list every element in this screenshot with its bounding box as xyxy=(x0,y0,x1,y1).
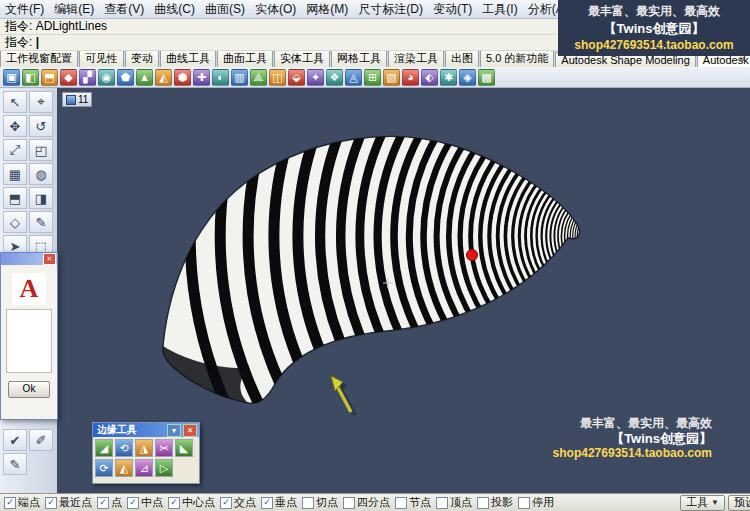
osnap-toggle[interactable]: ✓ 四分点 xyxy=(343,495,390,510)
left-toolbar-icon[interactable]: ⤢ xyxy=(3,139,27,161)
plugin-dialog[interactable]: ✕ A Ok xyxy=(0,252,58,420)
toolbar-icon[interactable]: ◫ xyxy=(269,69,286,86)
osnap-checkbox[interactable]: ✓ xyxy=(395,497,407,509)
toolbar-tab[interactable]: 实体工具 xyxy=(274,49,330,67)
menu-item[interactable]: 变动(T) xyxy=(428,1,477,18)
osnap-toggle[interactable]: ✓ 中心点 xyxy=(168,495,215,510)
toolbar-tab[interactable]: 渲染工具 xyxy=(388,49,444,67)
menu-item[interactable]: 文件(F) xyxy=(0,1,49,18)
menu-item[interactable]: 编辑(E) xyxy=(49,1,99,18)
osnap-toggle[interactable]: ✓ 切点 xyxy=(302,495,338,510)
palette-icon[interactable]: ✂ xyxy=(155,439,173,457)
toolbar-tab[interactable]: 变动 xyxy=(125,49,159,67)
osnap-toggle[interactable]: ✓ 端点 xyxy=(4,495,40,510)
osnap-checkbox[interactable]: ✓ xyxy=(220,497,232,509)
toolbar-icon[interactable]: ✦ xyxy=(307,69,324,86)
toolbar-tab[interactable]: 出图 xyxy=(445,49,479,67)
left-toolbar-icon[interactable]: ✔ xyxy=(3,429,27,451)
osnap-checkbox[interactable]: ✓ xyxy=(97,497,109,509)
left-toolbar-icon[interactable]: ⬒ xyxy=(3,187,27,209)
osnap-checkbox[interactable]: ✓ xyxy=(261,497,273,509)
menu-item[interactable]: 曲面(S) xyxy=(200,1,250,18)
toolbar-icon[interactable]: ▲ xyxy=(136,69,153,86)
osnap-checkbox[interactable]: ✓ xyxy=(518,497,530,509)
toolbar-icon[interactable]: ✚ xyxy=(193,69,210,86)
osnap-toggle[interactable]: ✓ 节点 xyxy=(395,495,431,510)
toolbar-icon[interactable]: ⬒ xyxy=(41,69,58,86)
preset-button[interactable]: 预设 xyxy=(728,495,750,511)
tools-dropdown-button[interactable]: 工具 ▼ xyxy=(680,495,725,511)
toolbar-icon[interactable]: ⬙ xyxy=(288,69,305,86)
toolbar-tab[interactable]: 可见性 xyxy=(79,49,124,67)
left-toolbar-icon[interactable]: ↺ xyxy=(29,115,53,137)
palette-title-bar[interactable]: 边缘工具 ▾ ✕ xyxy=(93,423,199,437)
toolbar-icon[interactable]: ▣ xyxy=(3,69,20,86)
left-toolbar-icon[interactable]: ◰ xyxy=(29,139,53,161)
osnap-toggle[interactable]: ✓ 最近点 xyxy=(45,495,92,510)
toolbar-icon[interactable]: ⟁ xyxy=(250,69,267,86)
ok-button[interactable]: Ok xyxy=(8,381,50,398)
palette-chevron-down-icon[interactable]: ▾ xyxy=(167,424,181,437)
toolbar-icon[interactable]: ⬟ xyxy=(117,69,134,86)
left-toolbar-icon[interactable]: ✎ xyxy=(3,453,27,475)
osnap-toggle[interactable]: ✓ 投影 xyxy=(477,495,513,510)
toolbar-icon[interactable]: ⬢ xyxy=(174,69,191,86)
menu-item[interactable]: 工具(I) xyxy=(477,1,522,18)
toolbar-icon[interactable]: ◧ xyxy=(22,69,39,86)
palette-close-icon[interactable]: ✕ xyxy=(183,424,197,437)
toolbar-icon[interactable]: ◭ xyxy=(155,69,172,86)
toolbar-tab[interactable]: 曲线工具 xyxy=(160,49,216,67)
osnap-checkbox[interactable]: ✓ xyxy=(168,497,180,509)
palette-icon[interactable]: ◮ xyxy=(135,439,153,457)
palette-icon[interactable]: ⟳ xyxy=(95,459,113,477)
left-toolbar-icon[interactable]: ✎ xyxy=(29,211,53,233)
toolbar-icon[interactable]: ◉ xyxy=(98,69,115,86)
edge-tools-palette[interactable]: 边缘工具 ▾ ✕ ◢⟲◮✂◣⟳◭⊿▷ xyxy=(92,422,200,484)
palette-icon[interactable]: ⊿ xyxy=(135,459,153,477)
left-toolbar-icon[interactable]: ▦ xyxy=(3,163,27,185)
toolbar-icon[interactable]: ◕ xyxy=(402,69,419,86)
toolbar-icon[interactable]: ✱ xyxy=(440,69,457,86)
toolbar-icon[interactable]: ◬ xyxy=(345,69,362,86)
menu-item[interactable]: 曲线(C) xyxy=(149,1,200,18)
toolbar-tab[interactable]: 网格工具 xyxy=(331,49,387,67)
toolbar-icon[interactable]: ▧ xyxy=(383,69,400,86)
osnap-toggle[interactable]: ✓ 中点 xyxy=(127,495,163,510)
toolbar-tab[interactable]: 工作视窗配置 xyxy=(0,49,78,67)
palette-icon[interactable]: ◢ xyxy=(95,439,113,457)
left-toolbar-icon[interactable]: ⌖ xyxy=(29,91,53,113)
osnap-toggle[interactable]: ✓ 停用 xyxy=(518,495,554,510)
dialog-title-bar[interactable]: ✕ xyxy=(1,253,57,265)
osnap-toggle[interactable]: ✓ 点 xyxy=(97,495,122,510)
toolbar-tab[interactable]: 5.0 的新功能 xyxy=(480,49,554,67)
toolbar-icon[interactable]: ▞ xyxy=(79,69,96,86)
palette-icon[interactable]: ⟲ xyxy=(115,439,133,457)
toolbar-icon[interactable]: ◆ xyxy=(60,69,77,86)
menu-item[interactable]: 查看(V) xyxy=(99,1,149,18)
left-toolbar-icon[interactable]: ✐ xyxy=(29,429,53,451)
palette-icon[interactable]: ▷ xyxy=(155,459,173,477)
osnap-toggle[interactable]: ✓ 顶点 xyxy=(436,495,472,510)
osnap-checkbox[interactable]: ✓ xyxy=(302,497,314,509)
osnap-checkbox[interactable]: ✓ xyxy=(343,497,355,509)
palette-icon[interactable]: ◣ xyxy=(175,439,193,457)
toolbar-tab[interactable]: 曲面工具 xyxy=(217,49,273,67)
toolbar-icon[interactable]: ⊞ xyxy=(364,69,381,86)
toolbar-icon[interactable]: ▩ xyxy=(478,69,495,86)
menu-item[interactable]: 尺寸标注(D) xyxy=(353,1,428,18)
toolbar-icon[interactable]: ◐ xyxy=(212,69,229,86)
direction-arrow[interactable] xyxy=(331,376,351,412)
osnap-checkbox[interactable]: ✓ xyxy=(45,497,57,509)
left-toolbar-icon[interactable]: ↖ xyxy=(3,91,27,113)
osnap-checkbox[interactable]: ✓ xyxy=(436,497,448,509)
left-toolbar-icon[interactable]: ◍ xyxy=(29,163,53,185)
left-toolbar-icon[interactable]: ◨ xyxy=(29,187,53,209)
toolbar-icon[interactable]: ▥ xyxy=(231,69,248,86)
osnap-toggle[interactable]: ✓ 垂点 xyxy=(261,495,297,510)
menu-item[interactable]: 实体(O) xyxy=(250,1,301,18)
osnap-toggle[interactable]: ✓ 交点 xyxy=(220,495,256,510)
osnap-checkbox[interactable]: ✓ xyxy=(477,497,489,509)
palette-icon[interactable]: ◭ xyxy=(115,459,133,477)
menu-item[interactable]: 网格(M) xyxy=(301,1,353,18)
viewport-layer-badge[interactable]: 11 xyxy=(62,92,92,107)
